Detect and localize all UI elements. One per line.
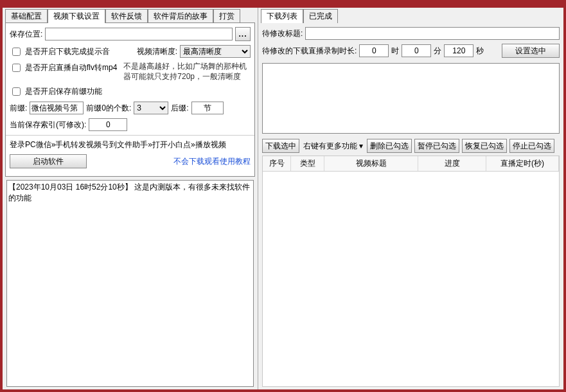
checkbox-auto-flv-mp4[interactable]: 是否开启直播自动flv转mp4 bbox=[10, 62, 117, 74]
hours-input[interactable] bbox=[359, 44, 389, 57]
grid-header: 序号 类型 视频标题 进度 直播定时(秒) bbox=[263, 156, 559, 172]
stop-checked-button[interactable]: 停止已勾选 bbox=[509, 139, 554, 153]
col-type[interactable]: 类型 bbox=[291, 156, 324, 171]
grid-body bbox=[263, 172, 559, 386]
checkbox-prefix-input[interactable] bbox=[12, 87, 21, 96]
browse-button[interactable]: ... bbox=[235, 27, 251, 41]
right-tabstrip: 下载列表 已完成 bbox=[258, 9, 563, 23]
log-line: 【2023年10月03日 16时52分10秒】 这是内测版本，有很多未来找软件的… bbox=[8, 182, 252, 204]
checkbox-prefix[interactable]: 是否开启保存前缀功能 bbox=[10, 85, 102, 98]
left-tabstrip: 基础配置 视频下载设置 软件反馈 软件背后的故事 打赏 bbox=[3, 9, 258, 23]
tab-donate[interactable]: 打赏 bbox=[213, 9, 240, 23]
save-index-label: 当前保存索引(可修改): bbox=[10, 120, 86, 130]
col-no[interactable]: 序号 bbox=[263, 156, 291, 171]
window-titlebar bbox=[3, 3, 563, 8]
tab-completed[interactable]: 已完成 bbox=[303, 9, 338, 23]
log-area: 【2023年10月03日 16时52分10秒】 这是内测版本，有很多未来找软件的… bbox=[6, 180, 254, 387]
modify-title-input[interactable] bbox=[305, 27, 560, 40]
start-software-button[interactable]: 启动软件 bbox=[10, 154, 87, 168]
suffix-input[interactable] bbox=[191, 102, 224, 114]
hours-unit: 时 bbox=[391, 46, 399, 57]
download-selected-button[interactable]: 下载选中 bbox=[262, 139, 299, 153]
checkbox-prefix-label: 是否开启保存前缀功能 bbox=[25, 86, 102, 97]
tab-feedback[interactable]: 软件反馈 bbox=[105, 9, 148, 23]
clarity-hint-text: 不是越高越好，比如广场舞的那种机器可能就只支持720p，一般清晰度 bbox=[123, 62, 251, 82]
instruction-text: 登录PC微信»手机转发视频号到文件助手»打开小白点»播放视频 bbox=[10, 139, 226, 150]
checkbox-auto-flv-mp4-input[interactable] bbox=[12, 64, 21, 72]
delete-checked-button[interactable]: 删除已勾选 bbox=[367, 139, 412, 153]
checkbox-completion-sound-input[interactable] bbox=[12, 48, 21, 56]
col-live-timer[interactable]: 直播定时(秒) bbox=[486, 156, 559, 171]
video-clarity-select[interactable]: 最高清晰度 bbox=[180, 45, 251, 58]
set-selected-button[interactable]: 设置选中 bbox=[502, 44, 560, 58]
video-clarity-label: 视频清晰度: bbox=[137, 46, 177, 57]
minutes-input[interactable] bbox=[402, 44, 431, 57]
resume-checked-button[interactable]: 恢复已勾选 bbox=[462, 139, 507, 153]
col-progress[interactable]: 进度 bbox=[418, 156, 486, 171]
tab-basic-config[interactable]: 基础配置 bbox=[5, 9, 48, 23]
minutes-unit: 分 bbox=[434, 46, 441, 57]
edit-textarea[interactable] bbox=[262, 63, 560, 134]
prefix-label: 前缀: bbox=[10, 103, 27, 114]
download-grid[interactable]: 序号 类型 视频标题 进度 直播定时(秒) bbox=[262, 156, 560, 387]
checkbox-completion-sound-label: 是否开启下载完成提示音 bbox=[25, 46, 110, 57]
tab-download-list[interactable]: 下载列表 bbox=[261, 9, 303, 23]
col-video-title[interactable]: 视频标题 bbox=[324, 156, 418, 171]
save-index-input[interactable] bbox=[89, 118, 127, 131]
save-location-input[interactable] bbox=[45, 28, 233, 40]
checkbox-auto-flv-mp4-label: 是否开启直播自动flv转mp4 bbox=[25, 62, 117, 73]
suffix-label: 后缀: bbox=[171, 103, 188, 114]
seconds-unit: 秒 bbox=[476, 46, 484, 57]
prefix-zero-label: 前缀0的个数: bbox=[86, 103, 131, 114]
pause-checked-button[interactable]: 暂停已勾选 bbox=[414, 139, 459, 153]
modify-title-label: 待修改标题: bbox=[262, 28, 303, 39]
seconds-input[interactable] bbox=[444, 44, 473, 57]
right-click-hint: 右键有更多功能 ▾ bbox=[302, 141, 364, 152]
prefix-zero-select[interactable]: 3 bbox=[134, 102, 168, 114]
ellipsis-icon: ... bbox=[238, 30, 247, 39]
duration-label: 待修改的下载直播录制时长: bbox=[262, 46, 357, 57]
tab-video-download-settings[interactable]: 视频下载设置 bbox=[48, 9, 105, 23]
save-location-label: 保存位置: bbox=[10, 29, 42, 40]
tab-story[interactable]: 软件背后的故事 bbox=[148, 9, 213, 23]
checkbox-completion-sound[interactable]: 是否开启下载完成提示音 bbox=[10, 46, 110, 58]
tutorial-link[interactable]: 不会下载观看使用教程 bbox=[173, 156, 251, 167]
prefix-input[interactable] bbox=[30, 102, 84, 114]
